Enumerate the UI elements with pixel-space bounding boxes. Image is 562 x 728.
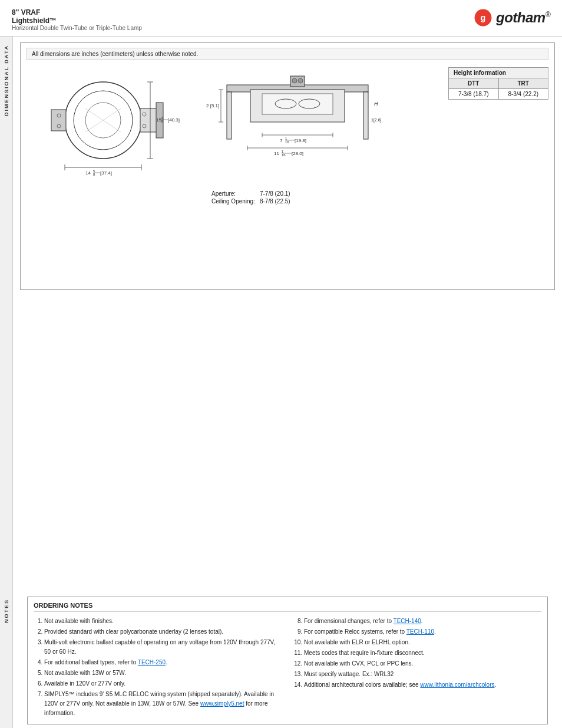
- dimension-note: All dimensions are inches (centimeters) …: [27, 48, 548, 60]
- svg-rect-34: [262, 94, 333, 114]
- height-table: Height information DTT TRT 7-3/8 (18.7): [448, 67, 548, 100]
- svg-text:1[2.6]: 1[2.6]: [371, 118, 382, 123]
- svg-text:[19.8]: [19.8]: [295, 138, 306, 143]
- svg-point-38: [292, 78, 297, 83]
- note-item-9: For compatible Reloc systems, refer to T…: [304, 627, 541, 637]
- dimensional-side-tab: DIMENSIONAL DATA: [0, 37, 13, 296]
- height-dtt-value: 7-3/8 (18.7): [449, 89, 499, 100]
- svg-text:7: 7: [280, 138, 283, 143]
- svg-point-39: [298, 78, 303, 83]
- note-item-5: Not available with 13W or 57W.: [44, 668, 282, 678]
- spacer-content: [13, 296, 562, 591]
- svg-text:16: 16: [285, 140, 289, 144]
- note-item-11: Meets codes that require in-fixture disc…: [304, 648, 541, 658]
- aperture-label: Aperture:: [209, 190, 257, 197]
- note-item-14: Additional architectural colors availabl…: [304, 680, 541, 690]
- svg-text:14: 14: [85, 170, 91, 176]
- height-trt-value: 8-3/4 (22.2): [498, 89, 548, 100]
- notes-left-list: Not available with finishes. Provided st…: [34, 617, 282, 718]
- note-item-13: Must specify wattage. Ex.: WRL32: [304, 670, 541, 679]
- gotham-logo-icon: g: [474, 8, 492, 27]
- svg-text:[28.0]: [28.0]: [292, 151, 303, 156]
- svg-text:H: H: [374, 101, 378, 107]
- simply5-link[interactable]: www.simply5.net: [200, 700, 244, 707]
- dimensional-drawing-section: All dimensions are inches (centimeters) …: [20, 42, 555, 290]
- logo-text: gotham®: [496, 9, 550, 26]
- notes-section-wrapper: NOTES ORDERING NOTES Not available with …: [0, 591, 562, 728]
- notes-left-column: Not available with finishes. Provided st…: [34, 617, 282, 719]
- notes-side-tab: NOTES: [0, 591, 13, 728]
- tech-110-link[interactable]: TECH-110: [406, 628, 434, 635]
- product-desc: Horizontal Double Twin-Tube or Triple-Tu…: [12, 25, 142, 31]
- left-drawing-svg: 15 3 8 [40.3] 14 5 8: [27, 67, 186, 185]
- notes-section: ORDERING NOTES Not available with finish…: [27, 597, 548, 724]
- notes-tab-label: NOTES: [1, 591, 12, 631]
- spacer-side: [0, 296, 13, 591]
- note-item-12: Not available with CVX, PCL or PPC lens.: [304, 659, 541, 668]
- height-col2-header: TRT: [498, 78, 548, 89]
- archcolors-link[interactable]: www.lithonia.com/archcolors: [420, 681, 494, 688]
- tech-140-link[interactable]: TECH-140: [394, 618, 421, 624]
- svg-text:[40.3]: [40.3]: [168, 117, 180, 123]
- svg-text:16: 16: [282, 153, 286, 157]
- aperture-value: 7-7/8 (20.1): [257, 190, 293, 197]
- product-code: 8" VRAF: [12, 8, 142, 17]
- notes-columns: Not available with finishes. Provided st…: [34, 617, 541, 719]
- note-item-3: Multi-volt electronic ballast capable of…: [44, 638, 282, 657]
- height-table-row: 7-3/8 (18.7) 8-3/4 (22.2): [449, 89, 548, 100]
- page-header: 8" VRAF Lightshield™ Horizontal Double T…: [0, 0, 562, 37]
- product-name: Lightshield™: [12, 17, 142, 25]
- notes-right-column: For dimensional changes, refer to TECH-1…: [293, 617, 541, 719]
- svg-rect-32: [363, 92, 368, 139]
- note-item-2: Provided standard with clear polycarbona…: [44, 627, 282, 637]
- dimensional-section-wrapper: DIMENSIONAL DATA All dimensions are inch…: [0, 37, 562, 296]
- height-col1-header: DTT: [449, 78, 499, 89]
- page-layout: 8" VRAF Lightshield™ Horizontal Double T…: [0, 0, 562, 728]
- dimensional-tab-label: DIMENSIONAL DATA: [1, 37, 12, 124]
- svg-text:8: 8: [93, 173, 95, 176]
- header-logo: g gotham®: [474, 8, 550, 27]
- left-drawing: 15 3 8 [40.3] 14 5 8: [27, 67, 191, 185]
- gotham-logo: g gotham®: [474, 8, 550, 27]
- notes-title: ORDERING NOTES: [34, 602, 541, 612]
- dimensional-content: All dimensions are inches (centimeters) …: [13, 37, 562, 296]
- svg-text:2 [5.1]: 2 [5.1]: [206, 103, 219, 108]
- note-item-8: For dimensional changes, refer to TECH-1…: [304, 617, 541, 626]
- note-item-1: Not available with finishes.: [44, 617, 282, 626]
- notes-content: ORDERING NOTES Not available with finish…: [13, 591, 562, 728]
- height-info-table-container: Height information DTT TRT 7-3/8 (18.7): [448, 67, 548, 100]
- svg-text:g: g: [481, 13, 486, 22]
- aperture-info: Aperture: 7-7/8 (20.1) Ceiling Opening: …: [203, 190, 437, 205]
- ceiling-opening-label: Ceiling Opening:: [209, 197, 257, 205]
- svg-text:[37.4]: [37.4]: [100, 170, 112, 176]
- svg-rect-31: [227, 92, 232, 139]
- spacer-area: [0, 296, 562, 591]
- note-item-7: SIMPLY5™ includes 9' S5 MLC RELOC wiring…: [44, 690, 282, 718]
- notes-right-list: For dimensional changes, refer to TECH-1…: [293, 617, 541, 690]
- tech-250-link[interactable]: TECH-250: [138, 659, 166, 666]
- ceiling-opening-value: 8-7/8 (22.5): [257, 197, 293, 205]
- note-item-10: Not available with ELR or ELRHL option.: [304, 638, 541, 647]
- svg-text:11: 11: [274, 151, 279, 156]
- dimensional-drawings: 15 3 8 [40.3] 14 5 8: [27, 67, 548, 205]
- center-drawing: H 2 [5.1] 1[2.6]: [203, 67, 437, 205]
- note-item-6: Available in 120V or 277V only.: [44, 679, 282, 689]
- height-table-title: Height information: [449, 68, 548, 78]
- header-product-info: 8" VRAF Lightshield™ Horizontal Double T…: [12, 8, 142, 31]
- note-item-4: For additional ballast types, refer to T…: [44, 658, 282, 667]
- center-drawing-svg: H 2 [5.1] 1[2.6]: [203, 67, 392, 185]
